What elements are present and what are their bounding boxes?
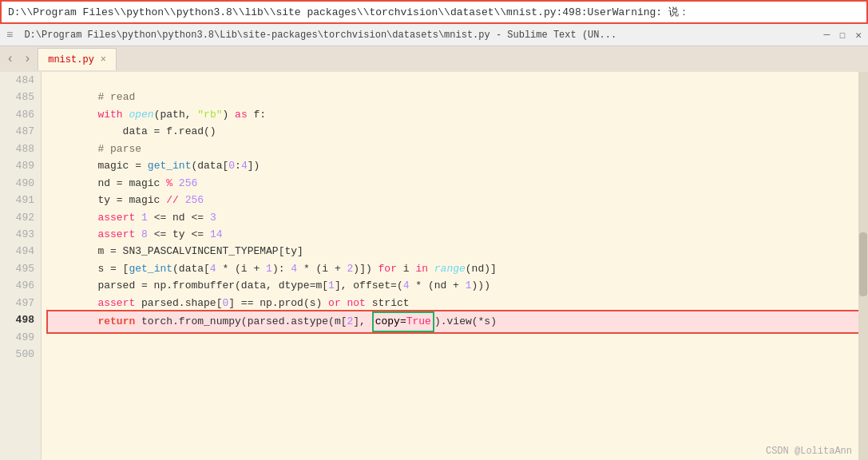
line-num-493: 493 [6, 226, 34, 243]
line-num-490: 490 [6, 175, 34, 192]
line-num-486: 486 [6, 106, 34, 123]
line-num-491: 491 [6, 192, 34, 208]
line-num-496: 496 [6, 277, 34, 294]
line-numbers: 484 485 486 487 488 489 490 491 492 493 … [0, 72, 42, 460]
code-line-485: # read [48, 89, 868, 105]
code-line-487: data = f.read() [48, 123, 868, 140]
line-num-488: 488 [6, 141, 34, 157]
copy-true-highlight: copy=True [372, 311, 434, 331]
code-line-498: return torch.from_numpy(parsed.astype(m[… [48, 311, 868, 331]
title-bar-text: D:\Program Files\python\python3.8\Lib\si… [24, 30, 616, 41]
code-line-493: assert 8 <= ty <= 14 [48, 226, 868, 243]
close-button[interactable]: ✕ [855, 29, 862, 42]
line-num-498: 498 [6, 311, 34, 328]
line-num-489: 489 [6, 157, 34, 174]
code-line-497: assert parsed.shape[0] == np.prod(s) or … [48, 295, 868, 311]
code-line-494: m = SN3_PASCALVINCENT_TYPEMAP[ty] [48, 243, 868, 260]
tab-bar: ‹ › mnist.py × [0, 46, 868, 72]
code-line-496: parsed = np.frombuffer(data, dtype=m[1],… [48, 277, 868, 294]
warning-text: D:\\Program Files\\python\\python3.8\\li… [8, 5, 689, 19]
hamburger-icon[interactable]: ≡ [6, 29, 13, 42]
line-num-484: 484 [6, 72, 34, 89]
tab-close-button[interactable]: × [101, 54, 106, 65]
code-line-492: assert 1 <= nd <= 3 [48, 209, 868, 226]
line-num-495: 495 [6, 260, 34, 277]
code-line-484 [48, 72, 868, 89]
maximize-button[interactable]: ☐ [839, 29, 846, 42]
scrollbar[interactable] [858, 72, 868, 460]
warning-bar: D:\\Program Files\\python\\python3.8\\li… [0, 0, 868, 24]
line-num-487: 487 [6, 123, 34, 140]
next-tab-button[interactable]: › [21, 52, 35, 66]
title-bar-left: ≡ D:\Program Files\python\python3.8\Lib\… [6, 29, 616, 42]
watermark: CSDN @LolitaAnn [766, 446, 852, 457]
scrollbar-thumb[interactable] [859, 232, 867, 296]
title-bar: ≡ D:\Program Files\python\python3.8\Lib\… [0, 24, 868, 46]
code-line-491: ty = magic // 256 [48, 192, 868, 208]
line-num-500: 500 [6, 346, 34, 363]
tab-filename: mnist.py [48, 54, 94, 65]
line-num-494: 494 [6, 243, 34, 260]
prev-tab-button[interactable]: ‹ [3, 52, 18, 66]
code-line-490: nd = magic % 256 [48, 175, 868, 192]
tab-mnist[interactable]: mnist.py × [38, 48, 117, 70]
code-line-499 [48, 332, 868, 349]
code-line-486: with open(path, "rb") as f: [48, 106, 868, 123]
code-area: 484 485 486 487 488 489 490 491 492 493 … [0, 72, 868, 460]
title-bar-controls: — ☐ ✕ [824, 29, 862, 42]
minimize-button[interactable]: — [824, 29, 830, 42]
line-num-485: 485 [6, 89, 34, 105]
code-line-489: magic = get_int(data[0:4]) [48, 157, 868, 174]
code-content[interactable]: # read with open(path, "rb") as f: data … [42, 72, 868, 460]
watermark-text: CSDN @LolitaAnn [766, 446, 852, 457]
code-line-500 [48, 349, 868, 366]
line-num-492: 492 [6, 209, 34, 226]
line-num-497: 497 [6, 295, 34, 311]
code-line-488: # parse [48, 141, 868, 157]
code-line-495: s = [get_int(data[4 * (i + 1): 4 * (i + … [48, 260, 868, 277]
line-num-499: 499 [6, 329, 34, 346]
